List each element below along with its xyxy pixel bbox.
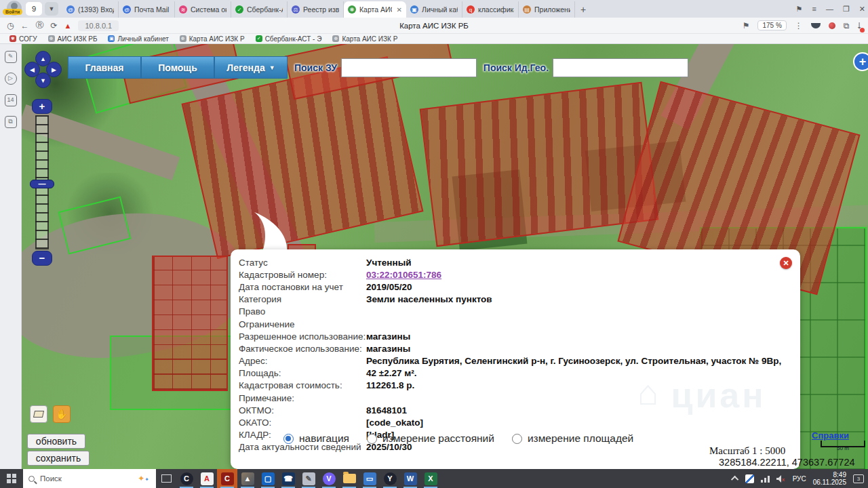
bookmark-item[interactable]: ⊕Карта АИС ИЗК Р bbox=[180, 35, 245, 43]
map-canvas[interactable]: Главная Помощь Легенда▼ Поиск ЗУ Поиск И… bbox=[22, 44, 868, 469]
start-button[interactable] bbox=[0, 469, 23, 488]
notification-center-icon[interactable]: 3 bbox=[853, 474, 864, 483]
new-tab-button[interactable]: + bbox=[575, 1, 591, 18]
alice-extension-icon[interactable] bbox=[811, 23, 821, 28]
mode-label: измерение расстояний bbox=[382, 432, 494, 445]
taskbar-app-file-explorer-icon[interactable] bbox=[339, 469, 359, 488]
tab-close-icon[interactable]: ✕ bbox=[395, 6, 402, 14]
zoom-out-button[interactable]: − bbox=[32, 251, 52, 266]
bookmark-item[interactable]: ▣Личный кабинет bbox=[108, 35, 168, 43]
help-button[interactable]: Помощь bbox=[141, 56, 214, 79]
globe-favicon-icon: ⊕ bbox=[332, 35, 339, 42]
polygon-tool-button[interactable] bbox=[30, 405, 47, 423]
more-options-icon[interactable]: ⋮ bbox=[795, 21, 803, 30]
tray-expand-icon[interactable] bbox=[731, 476, 738, 483]
taskbar-app-yandex-browser-icon[interactable]: Y bbox=[380, 469, 400, 488]
download-badge bbox=[860, 28, 865, 33]
taskbar-app-word-icon[interactable]: W bbox=[400, 469, 420, 488]
taskbar-app-viber-icon[interactable]: V bbox=[319, 469, 339, 488]
taskbar-app-browser-c-icon[interactable]: C bbox=[176, 469, 197, 488]
bookmarks-bar: ✾СОГУ ⊕АИС ИЗК РБ ▣Личный кабинет ⊕Карта… bbox=[0, 34, 868, 44]
window-minimize-button[interactable]: — bbox=[826, 5, 833, 13]
zoom-level-chip[interactable]: 175 % bbox=[757, 20, 786, 30]
refresh-button[interactable]: обновить bbox=[27, 434, 85, 449]
taskbar-app-ms-blue-icon[interactable]: ▢ bbox=[258, 469, 278, 488]
clock[interactable]: 8:49 06.11.2025 bbox=[813, 471, 846, 486]
bookmark-item[interactable]: ✓Сбербанк-АСТ - Э bbox=[256, 35, 322, 43]
tray-pen-icon[interactable] bbox=[745, 474, 754, 483]
taskbar-app-graphics-icon[interactable]: ✎ bbox=[298, 469, 319, 488]
flower-extension-icon[interactable] bbox=[829, 22, 835, 29]
browser-tab[interactable]: ⚖Реестр извещений bbox=[288, 1, 344, 18]
history-icon[interactable]: ◷ bbox=[7, 21, 14, 30]
taskbar-app-phone-icon[interactable]: ☎ bbox=[278, 469, 298, 488]
mode-navigation[interactable]: навигация bbox=[283, 432, 349, 445]
mode-measure-area[interactable]: измерение площадей bbox=[512, 432, 633, 445]
bookmark-label: СОГУ bbox=[19, 35, 37, 43]
browser-tab[interactable]: qклассификатор вид bbox=[462, 1, 519, 18]
notes-icon[interactable]: ✎ bbox=[5, 51, 17, 63]
login-badge[interactable]: Войти bbox=[3, 9, 22, 15]
reload-icon[interactable]: ⟳ bbox=[50, 21, 57, 30]
taskbar-app-remote-desktop-icon[interactable]: ▭ bbox=[359, 469, 380, 488]
back-icon[interactable]: ← bbox=[20, 21, 28, 30]
panel-bookmark-icon[interactable]: ⚑ bbox=[796, 5, 803, 14]
cadastral-number-link[interactable]: 03:22:010651:786 bbox=[366, 270, 441, 280]
popup-value-cadastral-value: 112261.8 р. bbox=[366, 380, 414, 390]
calendar-icon[interactable]: 14 bbox=[5, 94, 17, 106]
bookmark-label: АИС ИЗК РБ bbox=[58, 35, 98, 43]
copy-tabs-icon[interactable]: ⧉ bbox=[844, 21, 850, 30]
help-link[interactable]: Справки bbox=[812, 430, 849, 441]
browser-tab[interactable]: @(1393) Входящие - П bbox=[62, 1, 119, 18]
network-icon[interactable] bbox=[761, 475, 770, 483]
zoom-in-button[interactable]: + bbox=[32, 99, 52, 114]
window-restore-button[interactable]: ❐ bbox=[843, 5, 850, 14]
tab-list-chevron-icon[interactable]: ▼ bbox=[45, 2, 58, 16]
home-button[interactable]: Главная bbox=[68, 56, 141, 79]
tab-count-button[interactable]: 9 bbox=[26, 2, 42, 16]
downloads-icon[interactable]: ⭣ bbox=[857, 21, 861, 30]
taskbar-app-active-map-icon[interactable]: C bbox=[217, 469, 237, 488]
browser-tab[interactable]: ▣Личный кабинет bbox=[406, 1, 462, 18]
taskbar-app-acrobat-icon[interactable]: A bbox=[197, 469, 217, 488]
url-field[interactable]: 10.8.0.1 bbox=[78, 20, 119, 31]
screenshot-icon[interactable]: ⧉ bbox=[5, 116, 17, 128]
add-button[interactable]: + bbox=[853, 52, 868, 71]
play-icon[interactable]: ▷ bbox=[5, 73, 17, 85]
radio-selected-icon[interactable] bbox=[283, 434, 294, 444]
save-button[interactable]: сохранить bbox=[27, 451, 90, 466]
bookmark-item[interactable]: ⊕Карта АИС ИЗК Р bbox=[332, 35, 397, 43]
task-view-button[interactable] bbox=[156, 469, 176, 488]
bookmark-label: Личный кабинет bbox=[117, 35, 168, 43]
browser-tab[interactable]: ✓Сбербанк-АСТ - Эл bbox=[231, 1, 288, 18]
popup-close-button[interactable]: ✕ bbox=[780, 257, 792, 269]
volume-muted-icon[interactable]: x bbox=[776, 475, 786, 483]
yandex-icon[interactable]: Ⓡ bbox=[35, 20, 43, 31]
radio-icon[interactable] bbox=[512, 434, 522, 444]
radio-icon[interactable] bbox=[367, 434, 377, 444]
window-close-button[interactable]: ✕ bbox=[859, 5, 865, 14]
browser-tab-active[interactable]: ❋Карта АИС ИЗК Р✕ bbox=[344, 1, 406, 18]
bookmark-item[interactable]: ✾СОГУ bbox=[9, 35, 37, 43]
search-zu-input[interactable] bbox=[341, 58, 477, 77]
browser-tab[interactable]: ▤Приложение. Класс bbox=[519, 1, 575, 18]
security-warning-icon[interactable]: ▲ bbox=[64, 22, 72, 30]
browser-tab[interactable]: @Почта Mail bbox=[119, 1, 175, 18]
bookmark-flag-icon[interactable]: ⚑ bbox=[743, 21, 750, 30]
search-geo-input[interactable] bbox=[553, 58, 688, 77]
mode-measure-distance[interactable]: измерение расстояний bbox=[367, 432, 494, 445]
taskbar: Поиск ✦✦ C A C ▲ ▢ ☎ ✎ V ▭ Y W X x РУС 8… bbox=[0, 469, 868, 488]
bookmark-item[interactable]: ⊕АИС ИЗК РБ bbox=[48, 35, 98, 43]
legend-button[interactable]: Легенда▼ bbox=[214, 56, 288, 79]
pan-down-button[interactable]: ▼ bbox=[35, 73, 51, 88]
taskbar-app-excel-icon[interactable]: X bbox=[420, 469, 441, 488]
taskbar-search-box[interactable]: Поиск ✦✦ bbox=[23, 469, 156, 488]
browser-menu-icon[interactable]: ≡ bbox=[812, 5, 816, 13]
zoom-slider-handle[interactable]: — bbox=[30, 180, 54, 188]
map-parcel-green bbox=[80, 44, 187, 114]
language-indicator[interactable]: РУС bbox=[793, 475, 806, 483]
pan-hand-tool-button[interactable]: ✋ bbox=[53, 405, 71, 423]
browser-tab[interactable]: ≋Система оказания п bbox=[175, 1, 231, 18]
taskbar-app-photos-icon[interactable]: ▲ bbox=[237, 469, 258, 488]
tab-title: (1393) Входящие - П bbox=[78, 5, 114, 14]
